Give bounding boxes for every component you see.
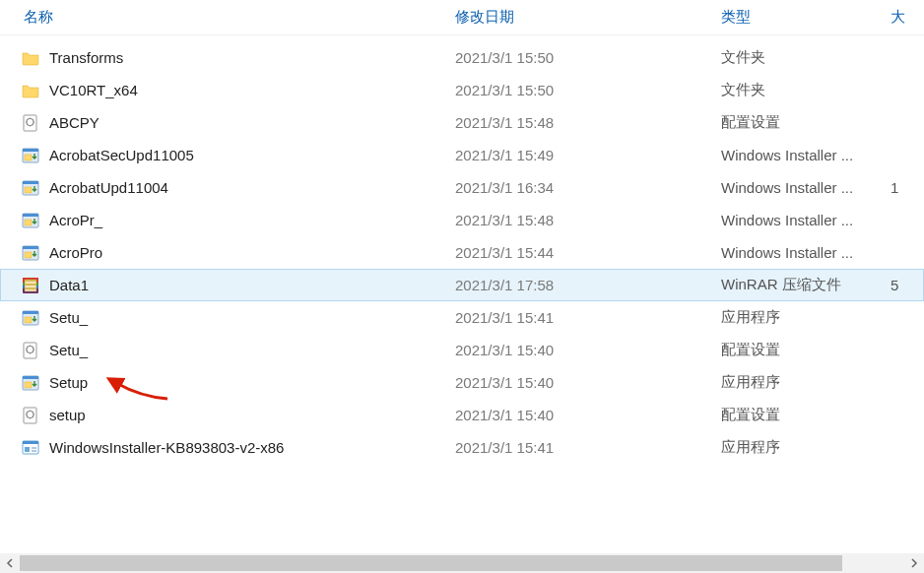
file-row[interactable]: Transforms2021/3/1 15:50文件夹 [0, 41, 924, 74]
winrar-icon [20, 275, 41, 296]
msi-icon [20, 177, 41, 199]
svg-rect-13 [25, 252, 32, 258]
file-type-cell: 应用程序 [713, 431, 891, 464]
file-name-cell[interactable]: setup [0, 399, 447, 431]
file-row[interactable]: Setu_2021/3/1 15:40配置设置 [0, 334, 924, 366]
file-row[interactable]: VC10RT_x642021/3/1 15:50文件夹 [0, 74, 924, 106]
svg-rect-19 [25, 280, 36, 282]
file-date-cell: 2021/3/1 16:34 [447, 171, 713, 204]
file-date-cell: 2021/3/1 15:48 [447, 204, 713, 236]
config-icon [20, 112, 41, 134]
file-size-cell [891, 366, 924, 399]
scroll-right-button[interactable] [904, 553, 924, 573]
file-type-cell: 配置设置 [713, 334, 891, 366]
file-name-cell[interactable]: Setup [0, 366, 447, 399]
file-type-cell: 文件夹 [713, 41, 891, 74]
file-size-cell: 5 [891, 269, 924, 301]
file-date-cell: 2021/3/1 15:40 [447, 334, 713, 366]
file-type-cell: WinRAR 压缩文件 [713, 269, 891, 301]
svg-rect-12 [23, 246, 38, 249]
file-name-cell[interactable]: AcrobatSecUpd11005 [0, 139, 447, 171]
column-header-row: 名称 修改日期 类型 大 [0, 0, 924, 35]
file-size-cell [891, 399, 924, 431]
file-name-cell[interactable]: WindowsInstaller-KB893803-v2-x86 [0, 431, 447, 464]
file-name-label: setup [49, 407, 86, 423]
column-header-name[interactable]: 名称 [0, 0, 447, 34]
file-row[interactable]: Data12021/3/1 17:58WinRAR 压缩文件5 [0, 269, 924, 301]
file-name-cell[interactable]: Setu_ [0, 301, 447, 334]
column-header-size[interactable]: 大 [891, 0, 924, 34]
app-msi-icon [20, 372, 41, 394]
file-rows: Transforms2021/3/1 15:50文件夹VC10RT_x64202… [0, 35, 924, 464]
msi-icon [20, 145, 41, 166]
file-name-label: Transforms [49, 49, 123, 66]
file-name-cell[interactable]: ABCPY [0, 106, 447, 139]
file-row[interactable]: Setu_2021/3/1 15:41应用程序 [0, 301, 924, 334]
svg-rect-23 [23, 311, 38, 314]
file-row[interactable]: WindowsInstaller-KB893803-v2-x862021/3/1… [0, 431, 924, 464]
file-type-cell: 文件夹 [713, 74, 891, 106]
file-name-cell[interactable]: AcroPr_ [0, 204, 447, 236]
file-size-cell [891, 334, 924, 366]
file-row[interactable]: ABCPY2021/3/1 15:48配置设置 [0, 106, 924, 139]
file-date-cell: 2021/3/1 15:49 [447, 139, 713, 171]
svg-rect-20 [25, 284, 36, 286]
scroll-left-button[interactable] [0, 553, 20, 573]
app-icon [20, 437, 41, 459]
file-name-cell[interactable]: VC10RT_x64 [0, 74, 447, 106]
file-type-cell: 配置设置 [713, 106, 891, 139]
file-row[interactable]: AcroPro2021/3/1 15:44Windows Installer .… [0, 236, 924, 269]
svg-rect-34 [25, 447, 30, 452]
file-row[interactable]: setup2021/3/1 15:40配置设置 [0, 399, 924, 431]
file-name-label: ABCPY [49, 114, 99, 131]
file-name-cell[interactable]: Setu_ [0, 334, 447, 366]
svg-rect-35 [32, 447, 36, 449]
file-name-label: AcroPr_ [49, 212, 102, 228]
file-row[interactable]: Setup2021/3/1 15:40应用程序 [0, 366, 924, 399]
file-name-cell[interactable]: Data1 [0, 269, 447, 301]
svg-rect-21 [25, 287, 36, 289]
file-name-label: AcroPro [49, 244, 102, 261]
column-header-type[interactable]: 类型 [713, 0, 891, 34]
svg-rect-24 [25, 317, 32, 323]
file-name-label: Setup [49, 374, 88, 391]
file-size-cell [891, 204, 924, 236]
file-size-cell [891, 41, 924, 74]
scrollbar-thumb[interactable] [20, 555, 842, 571]
file-row[interactable]: AcroPr_2021/3/1 15:48Windows Installer .… [0, 204, 924, 236]
file-name-label: Setu_ [49, 342, 88, 358]
file-type-cell: 配置设置 [713, 399, 891, 431]
file-date-cell: 2021/3/1 15:50 [447, 41, 713, 74]
svg-rect-28 [23, 376, 38, 379]
folder-icon [20, 47, 41, 69]
file-name-label: Setu_ [49, 309, 88, 326]
svg-rect-33 [23, 441, 38, 444]
config-icon [20, 405, 41, 426]
file-row[interactable]: AcrobatSecUpd110052021/3/1 15:49Windows … [0, 139, 924, 171]
svg-rect-4 [25, 155, 32, 160]
file-type-cell: Windows Installer ... [713, 171, 891, 204]
svg-rect-9 [23, 214, 38, 217]
file-name-cell[interactable]: Transforms [0, 41, 447, 74]
svg-rect-0 [24, 115, 36, 131]
file-name-label: VC10RT_x64 [49, 82, 138, 98]
file-size-cell [891, 236, 924, 269]
file-date-cell: 2021/3/1 15:41 [447, 301, 713, 334]
file-type-cell: 应用程序 [713, 366, 891, 399]
file-size-cell [891, 106, 924, 139]
file-date-cell: 2021/3/1 15:48 [447, 106, 713, 139]
file-name-label: AcrobatSecUpd11005 [49, 147, 194, 163]
horizontal-scrollbar[interactable] [0, 553, 924, 573]
column-header-date[interactable]: 修改日期 [447, 0, 713, 34]
scrollbar-track[interactable] [20, 553, 904, 573]
file-type-cell: Windows Installer ... [713, 139, 891, 171]
file-name-cell[interactable]: AcrobatUpd11004 [0, 171, 447, 204]
file-name-cell[interactable]: AcroPro [0, 236, 447, 269]
file-row[interactable]: AcrobatUpd110042021/3/1 16:34Windows Ins… [0, 171, 924, 204]
config-icon [20, 340, 41, 361]
file-date-cell: 2021/3/1 17:58 [447, 269, 713, 301]
file-size-cell [891, 431, 924, 464]
file-date-cell: 2021/3/1 15:50 [447, 74, 713, 106]
svg-rect-10 [25, 220, 32, 225]
file-size-cell: 1 [891, 171, 924, 204]
